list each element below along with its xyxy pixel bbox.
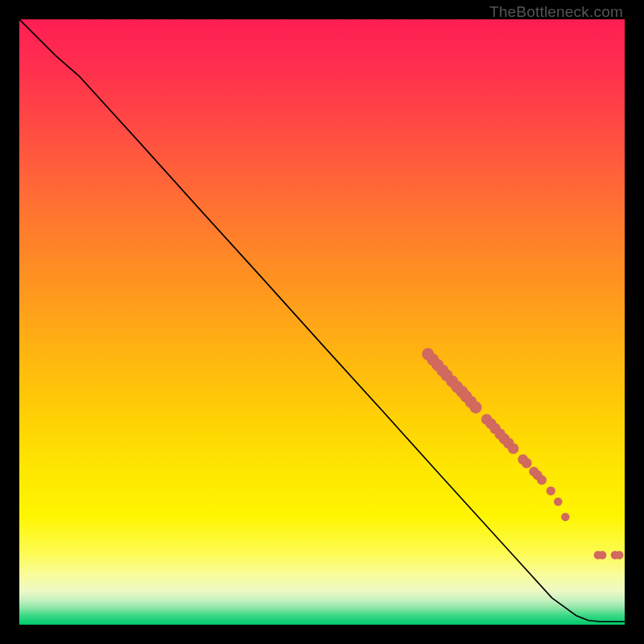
data-marker xyxy=(508,443,519,454)
data-marker xyxy=(469,402,481,414)
data-marker xyxy=(561,513,570,522)
data-marker xyxy=(537,475,547,485)
data-marker xyxy=(554,497,563,506)
chart-svg xyxy=(19,19,625,625)
data-marker xyxy=(547,486,555,495)
data-marker xyxy=(522,458,532,469)
chart-stage: TheBottleneck.com xyxy=(0,0,644,644)
watermark-text: TheBottleneck.com xyxy=(489,3,623,21)
data-marker xyxy=(615,551,624,559)
data-marker xyxy=(598,551,607,559)
marker-group xyxy=(422,348,623,559)
plot-area xyxy=(19,19,625,625)
bottleneck-curve xyxy=(19,19,625,621)
